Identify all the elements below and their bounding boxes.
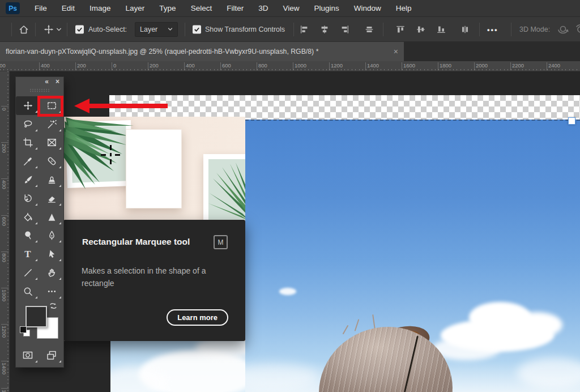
swap-colors-icon[interactable] xyxy=(49,301,58,310)
orbit-3d-button[interactable] xyxy=(557,23,569,36)
align-left-edges-icon xyxy=(299,24,309,35)
align-right-edges-icon xyxy=(340,24,350,35)
move-tool[interactable] xyxy=(16,96,40,115)
tooltip-title: Rectangular Marquee tool xyxy=(82,237,190,247)
pen-tool[interactable] xyxy=(40,227,63,245)
hair-texture xyxy=(319,327,453,392)
panel-drag-grip[interactable] xyxy=(29,88,50,92)
collapse-icon[interactable]: « xyxy=(45,78,49,86)
clone-stamp-icon xyxy=(46,174,57,185)
palm-leaves-illustration xyxy=(208,159,245,220)
eraser-tool[interactable] xyxy=(40,189,63,208)
line-icon xyxy=(23,267,33,278)
divider xyxy=(293,23,294,36)
quick-mask-button[interactable] xyxy=(16,346,40,365)
auto-select-label: Auto-Select: xyxy=(88,25,127,33)
menu-3d[interactable]: 3D xyxy=(258,4,268,12)
photoshop-window: Ps FileEditImageLayerTypeSelectFilter3DV… xyxy=(0,0,580,392)
hand-icon xyxy=(46,267,57,278)
sharpen-tool[interactable] xyxy=(40,208,63,227)
align-top-edges-button[interactable] xyxy=(395,24,406,35)
lasso-tool[interactable] xyxy=(16,115,40,134)
type-tool[interactable]: T xyxy=(16,245,40,263)
eyedropper-tool[interactable] xyxy=(16,152,40,171)
show-transform-checkbox[interactable] xyxy=(193,25,201,33)
menu-file[interactable]: File xyxy=(35,4,47,12)
menu-help[interactable]: Help xyxy=(396,4,412,12)
tools-panel-header: « × xyxy=(16,77,63,87)
spot-healing-brush-tool[interactable] xyxy=(40,152,63,171)
menu-items: FileEditImageLayerTypeSelectFilter3DView… xyxy=(35,4,412,12)
screen-mode-button[interactable] xyxy=(40,346,63,365)
transform-handle[interactable] xyxy=(568,117,575,125)
default-colors-icon[interactable] xyxy=(20,326,30,336)
cloud xyxy=(279,288,296,295)
line-tool[interactable] xyxy=(16,263,40,282)
hair-strand xyxy=(343,325,349,335)
red-arrow-head xyxy=(74,99,89,113)
show-transform-label: Show Transform Controls xyxy=(205,25,285,33)
divider xyxy=(479,23,480,36)
pen-icon xyxy=(46,230,57,241)
align-horizontal-centers-icon xyxy=(319,24,330,35)
auto-select-checkbox[interactable] xyxy=(75,25,84,33)
align-vertical-centers-icon xyxy=(416,24,426,35)
marching-ants xyxy=(245,120,580,121)
menu-view[interactable]: View xyxy=(283,4,299,12)
divider xyxy=(383,23,383,36)
history-brush-icon xyxy=(23,193,33,204)
zoom-tool[interactable] xyxy=(16,282,40,301)
more-options-button[interactable]: ••• xyxy=(487,25,498,33)
hand-tool[interactable] xyxy=(40,263,63,282)
document-tab[interactable]: florian-van-duyn-pXToxwjqliQ-unsplash.jp… xyxy=(0,42,404,61)
align-right-edges-button[interactable] xyxy=(340,24,350,35)
tool-grid: T xyxy=(16,96,63,301)
history-brush-tool[interactable] xyxy=(16,189,40,208)
clone-stamp-tool[interactable] xyxy=(40,171,63,189)
brush-tool[interactable] xyxy=(16,171,40,189)
toolbar-bottom-buttons xyxy=(16,346,63,365)
distribute-vertical-button[interactable] xyxy=(460,24,470,35)
move-icon xyxy=(43,24,54,35)
menu-plugins[interactable]: Plugins xyxy=(314,4,339,12)
document-tab-bar: florian-van-duyn-pXToxwjqliQ-unsplash.jp… xyxy=(0,42,580,61)
selection-arrow-icon xyxy=(46,249,57,259)
align-bottom-edges-button[interactable] xyxy=(436,24,446,35)
divider xyxy=(11,23,12,36)
dodge-tool[interactable] xyxy=(16,227,40,245)
divider xyxy=(35,23,36,36)
align-horizontal-centers-button[interactable] xyxy=(319,24,330,35)
home-button[interactable] xyxy=(18,24,29,35)
frame-tool[interactable] xyxy=(40,134,63,152)
menu-window[interactable]: Window xyxy=(354,4,381,12)
learn-more-button[interactable]: Learn more xyxy=(167,309,228,326)
foreground-color-swatch[interactable] xyxy=(25,306,47,327)
chevron-down-icon xyxy=(168,27,173,32)
menu-type[interactable]: Type xyxy=(159,4,176,12)
type-icon: T xyxy=(24,249,31,259)
auto-select-target-dropdown[interactable]: Layer xyxy=(135,22,178,37)
move-tool-preset[interactable] xyxy=(43,24,54,35)
distribute-horizontal-button[interactable] xyxy=(364,24,374,35)
quick-mask-icon xyxy=(22,350,33,361)
menu-select[interactable]: Select xyxy=(191,4,212,12)
band-aid-icon xyxy=(46,156,57,167)
menu-layer[interactable]: Layer xyxy=(126,4,145,12)
menu-image[interactable]: Image xyxy=(89,4,111,12)
tab-close-icon[interactable]: × xyxy=(394,47,398,56)
menu-filter[interactable]: Filter xyxy=(227,4,244,12)
crop-tool[interactable] xyxy=(16,134,40,152)
horizontal-ruler[interactable]: 6004002000200400600800100012001400160018… xyxy=(0,61,580,71)
path-selection-tool[interactable] xyxy=(40,245,63,263)
paint-bucket-tool[interactable] xyxy=(16,208,40,227)
vertical-ruler[interactable]: 02004006008001000120014001600 xyxy=(0,71,10,392)
edit-toolbar-button[interactable] xyxy=(40,282,63,301)
magic-wand-tool[interactable] xyxy=(40,115,63,134)
menu-edit[interactable]: Edit xyxy=(62,4,75,12)
align-vertical-centers-button[interactable] xyxy=(416,24,426,35)
align-left-edges-button[interactable] xyxy=(299,24,309,35)
roll-3d-button[interactable] xyxy=(574,23,580,36)
close-icon[interactable]: × xyxy=(56,78,59,86)
framed-photo-right xyxy=(203,154,245,225)
move-preset-expander[interactable] xyxy=(56,27,62,32)
